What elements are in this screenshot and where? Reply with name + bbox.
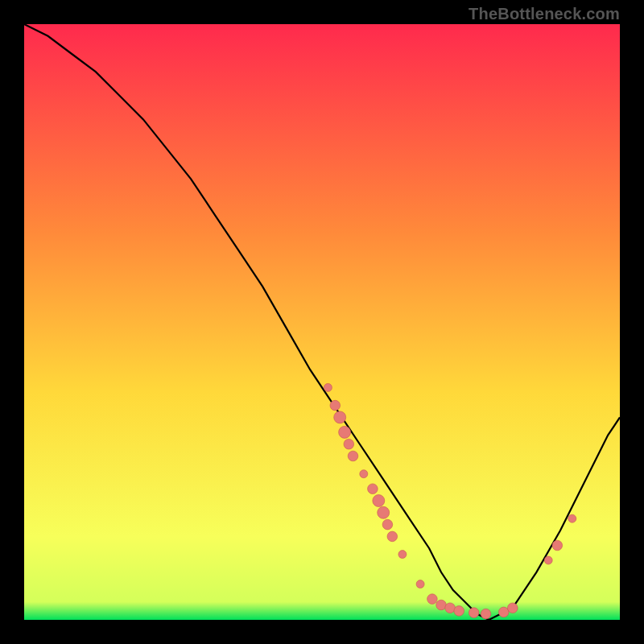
data-point (427, 594, 438, 605)
data-point (368, 484, 378, 494)
data-point (544, 556, 552, 564)
data-point (469, 608, 479, 618)
chart-frame: { "watermark": "TheBottleneck.com", "col… (0, 0, 644, 644)
data-point (552, 540, 563, 551)
data-point (339, 426, 351, 438)
data-point (382, 519, 393, 530)
data-point (498, 607, 509, 617)
data-point (568, 514, 576, 522)
watermark-text: TheBottleneck.com (469, 5, 620, 23)
data-point (373, 495, 385, 507)
gradient-background (24, 24, 620, 620)
chart-svg (24, 24, 620, 620)
data-point (481, 609, 491, 619)
data-point (454, 606, 464, 617)
data-point (344, 439, 354, 449)
data-point (334, 411, 346, 423)
data-point (387, 531, 398, 542)
data-point (378, 506, 390, 518)
data-point (398, 551, 407, 559)
data-point (348, 451, 358, 461)
plot-area (24, 24, 620, 620)
data-point (445, 603, 456, 613)
data-point (324, 383, 332, 391)
data-point (416, 580, 424, 588)
data-point (436, 600, 447, 610)
data-point (330, 400, 341, 411)
data-point (360, 470, 368, 478)
data-point (508, 603, 518, 613)
